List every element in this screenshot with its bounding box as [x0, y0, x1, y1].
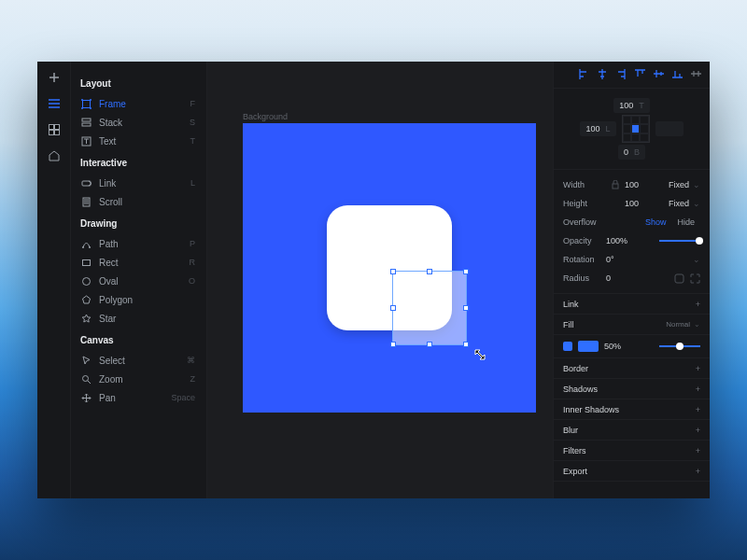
distribute-icon[interactable]	[691, 69, 700, 80]
overflow-show[interactable]: Show	[640, 216, 672, 229]
blur-panel[interactable]: Blur+	[554, 420, 710, 441]
position-grid: 100T 100L 0B	[554, 89, 710, 170]
opacity-slider[interactable]	[659, 240, 700, 242]
radius-label: Radius	[563, 273, 606, 283]
opacity-input[interactable]: 100%	[606, 236, 627, 245]
plus-icon[interactable]: +	[696, 300, 700, 309]
export-panel[interactable]: Export+	[554, 461, 710, 482]
radius-all-icon[interactable]	[674, 273, 684, 284]
height-mode-select[interactable]: Fixed⌄	[669, 199, 700, 208]
resize-handle[interactable]	[390, 305, 396, 311]
svg-rect-4	[82, 100, 90, 107]
sidebar-item-label: Link	[99, 178, 190, 189]
resize-handle[interactable]	[427, 342, 432, 347]
group-title: Drawing	[80, 218, 206, 229]
fill-color-swatch[interactable]	[578, 341, 599, 352]
right-position-input[interactable]	[655, 121, 684, 136]
panel-title: Export	[563, 467, 587, 476]
height-input[interactable]: 100	[625, 199, 639, 208]
value: 100	[619, 101, 633, 110]
anchor-grid[interactable]	[622, 115, 650, 143]
inner-shadows-panel[interactable]: Inner Shadows+	[554, 399, 710, 420]
frame-label[interactable]: Background	[243, 112, 288, 121]
tag: B	[634, 147, 640, 157]
resize-handle[interactable]	[463, 269, 469, 274]
width-mode-select[interactable]: Fixed⌄	[669, 180, 700, 189]
resize-handle[interactable]	[390, 342, 396, 347]
assets-icon[interactable]	[48, 149, 61, 162]
panel-title: Inner Shadows	[563, 405, 619, 414]
svg-rect-16	[675, 274, 684, 283]
plus-icon[interactable]: +	[696, 405, 700, 414]
panel-title: Filters	[563, 446, 586, 455]
plus-icon[interactable]: +	[696, 426, 700, 435]
sidebar-item-frame[interactable]: Frame F	[80, 94, 206, 113]
chevron-down-icon[interactable]: ⌄	[693, 255, 700, 264]
left-position-input[interactable]: 100L	[580, 121, 615, 136]
sidebar-item-polygon[interactable]: Polygon	[80, 290, 206, 309]
fill-opacity-input[interactable]: 50%	[604, 342, 621, 351]
align-right-icon[interactable]	[616, 69, 626, 80]
sidebar-item-pan[interactable]: Pan Space	[80, 388, 206, 407]
plus-icon[interactable]: +	[696, 467, 700, 476]
resize-handle[interactable]	[463, 342, 469, 347]
stack-icon	[80, 117, 92, 128]
width-input[interactable]: 100	[625, 180, 639, 189]
plus-icon[interactable]: +	[696, 364, 700, 373]
selected-frame[interactable]	[392, 271, 467, 345]
canvas[interactable]: Background	[207, 62, 553, 498]
layers-icon[interactable]	[48, 97, 61, 110]
sidebar-item-text[interactable]: Text T	[80, 132, 206, 150]
resize-handle[interactable]	[390, 269, 396, 274]
plus-icon[interactable]: +	[696, 446, 700, 455]
filters-panel[interactable]: Filters+	[554, 441, 710, 461]
radius-input[interactable]: 0	[606, 273, 611, 283]
sidebar-item-rect[interactable]: Rect R	[80, 253, 206, 272]
overflow-hide[interactable]: Hide	[671, 216, 700, 229]
rotation-input[interactable]: 0°	[606, 255, 614, 264]
border-panel[interactable]: Border+	[554, 358, 710, 379]
sidebar-item-path[interactable]: Path P	[80, 234, 206, 253]
sidebar-item-select[interactable]: Select ⌘	[80, 351, 206, 370]
svg-rect-0	[49, 125, 53, 130]
resize-handle[interactable]	[463, 305, 469, 311]
fill-visible-checkbox[interactable]	[563, 342, 572, 351]
align-top-icon[interactable]	[635, 69, 644, 80]
chevron-down-icon: ⌄	[693, 180, 700, 189]
link-panel[interactable]: Link +	[554, 294, 710, 315]
sidebar-item-zoom[interactable]: Zoom Z	[80, 370, 206, 388]
overflow-toggle[interactable]: Show Hide	[640, 216, 700, 229]
artboard[interactable]	[243, 123, 536, 413]
shortcut: Space	[171, 393, 195, 402]
link-icon	[80, 177, 92, 189]
fill-opacity-slider[interactable]	[659, 345, 700, 347]
align-left-icon[interactable]	[579, 69, 588, 80]
align-hcenter-icon[interactable]	[598, 69, 607, 80]
sidebar-item-star[interactable]: Star	[80, 309, 206, 328]
plus-icon[interactable]: +	[696, 385, 700, 394]
shadows-panel[interactable]: Shadows+	[554, 379, 710, 399]
fill-panel[interactable]: Fill Normal⌄	[554, 315, 710, 335]
sidebar-item-link[interactable]: Link L	[80, 174, 206, 192]
add-icon[interactable]	[48, 71, 61, 84]
size-section: Width 100 Fixed⌄ Height 100 Fixed⌄ Overf…	[554, 170, 710, 294]
resize-handle[interactable]	[427, 269, 432, 274]
components-icon[interactable]	[48, 123, 61, 136]
shortcut: T	[190, 136, 196, 146]
shortcut: O	[189, 276, 195, 286]
insert-sidebar: Layout Frame F Stack S Text T Interactiv…	[71, 62, 207, 498]
panel-title: Shadows	[563, 385, 598, 394]
top-position-input[interactable]: 100T	[613, 98, 650, 113]
shortcut: L	[190, 178, 195, 188]
radius-per-corner-icon[interactable]	[690, 273, 700, 284]
sidebar-item-stack[interactable]: Stack S	[80, 113, 206, 132]
sidebar-item-oval[interactable]: Oval O	[80, 272, 206, 290]
lock-icon[interactable]	[612, 180, 619, 189]
blend-mode-select[interactable]: Normal⌄	[666, 320, 700, 329]
align-bottom-icon[interactable]	[672, 69, 682, 80]
polygon-icon	[80, 294, 92, 305]
bottom-position-input[interactable]: 0B	[618, 145, 645, 160]
svg-rect-12	[82, 259, 90, 265]
sidebar-item-scroll[interactable]: Scroll	[80, 192, 206, 211]
align-vcenter-icon[interactable]	[654, 69, 663, 80]
